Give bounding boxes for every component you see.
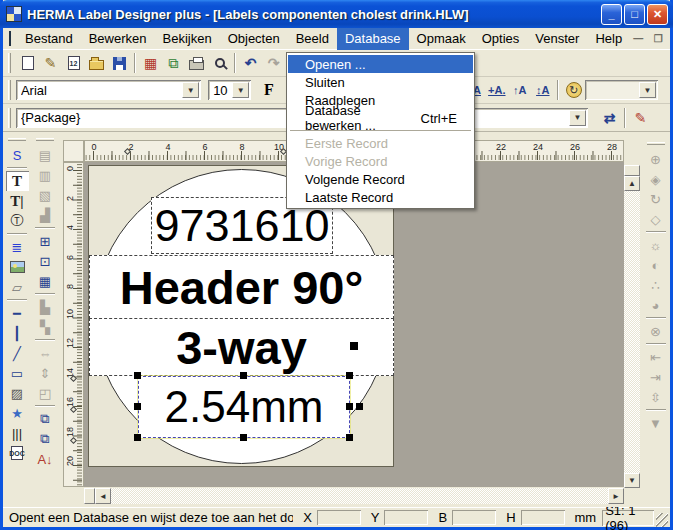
new-numbered-label-icon[interactable]: 12 — [62, 52, 85, 74]
copy-object-icon[interactable]: ⧉ — [162, 52, 185, 74]
search-record-icon[interactable]: A↓ — [34, 449, 57, 469]
fit-height-icon: ⇕ — [34, 363, 57, 383]
text-tool-icon[interactable]: T — [6, 171, 29, 191]
menu-item-laatste-record[interactable]: Laatste Record — [288, 188, 473, 206]
rectangle-tool-icon[interactable]: ▭ — [6, 363, 29, 383]
coord-value-h — [521, 510, 565, 525]
scroll-down-button[interactable]: ▼ — [624, 473, 640, 488]
ruler-marker[interactable] — [70, 437, 77, 444]
chevron-down-icon[interactable]: ▼ — [232, 82, 249, 98]
grid-2x2-icon[interactable]: ⊞ — [34, 231, 57, 251]
scroll-left-button[interactable]: ◄ — [95, 488, 111, 504]
chevron-down-icon[interactable]: ▼ — [182, 82, 199, 98]
undo-icon[interactable]: ↶ — [239, 52, 262, 74]
font-decrease-icon[interactable]: +A. — [485, 79, 508, 101]
menu-item-volgende-record[interactable]: Volgende Record — [288, 170, 473, 188]
menu-bestand[interactable]: Bestand — [17, 28, 81, 50]
selection-handle[interactable] — [134, 403, 141, 410]
list-object-icon[interactable]: ≣ — [6, 237, 29, 257]
menu-objecten[interactable]: Objecten — [220, 28, 288, 50]
menu-bekijken[interactable]: Bekijken — [155, 28, 220, 50]
ruler-marker[interactable] — [70, 406, 77, 413]
bold-button[interactable]: F — [259, 80, 278, 100]
selection-handle[interactable] — [240, 434, 247, 441]
open-icon[interactable] — [85, 52, 108, 74]
vline-tool-icon[interactable]: ┃ — [6, 323, 29, 343]
hline-tool-icon[interactable]: ━ — [6, 303, 29, 323]
label-assortment-icon[interactable]: ▦ — [139, 52, 162, 74]
menu-venster[interactable]: Venster — [527, 28, 587, 50]
menu-beeld[interactable]: Beeld — [288, 28, 337, 50]
bring-to-front-icon[interactable]: ⧉ — [34, 409, 57, 429]
menu-database[interactable]: Database — [337, 28, 409, 50]
doc-object-icon[interactable]: DOC — [6, 443, 29, 463]
barcode-tool-icon[interactable]: ||| — [6, 423, 29, 443]
menu-item-openen[interactable]: Openen ... — [288, 55, 473, 73]
selected-text-object[interactable]: 2.54mm — [138, 376, 350, 438]
selection-handle[interactable] — [134, 434, 141, 441]
rotate-text-icon[interactable]: ↻ — [562, 79, 585, 101]
print-icon[interactable] — [185, 52, 208, 74]
toolbar-grip[interactable] — [647, 142, 665, 145]
chevron-down-icon[interactable]: ▼ — [569, 110, 586, 126]
menu-opties[interactable]: Opties — [474, 28, 528, 50]
toolbar-grip[interactable] — [8, 108, 11, 128]
scroll-right-button[interactable]: ► — [608, 488, 624, 504]
grid-offset-icon[interactable]: ⊡ — [34, 251, 57, 271]
selection-handle[interactable] — [134, 372, 141, 379]
toolbar-grip[interactable] — [36, 138, 54, 141]
send-to-back-icon[interactable]: ⧉ — [34, 429, 57, 449]
toolbar-grip[interactable] — [8, 80, 11, 100]
scroll-up-button[interactable]: ▲ — [624, 176, 640, 191]
menu-item-database-bewerken[interactable]: Database bewerken ...Ctrl+E — [288, 109, 473, 127]
toolbar-grip[interactable] — [8, 53, 11, 73]
document-icon[interactable] — [9, 31, 11, 46]
line-tool-icon[interactable]: ╱ — [6, 343, 29, 363]
image-object-icon[interactable] — [6, 257, 29, 277]
mdi-minimize-button[interactable]: — — [630, 32, 646, 46]
image-object-icon — [10, 261, 25, 273]
doc-object-icon: DOC — [11, 446, 23, 460]
scrollbar-track[interactable] — [624, 191, 640, 473]
selection-handle[interactable] — [356, 403, 363, 410]
assign-database-icon[interactable]: ✎ — [629, 107, 652, 129]
pattern-tool-icon[interactable]: ▨ — [6, 383, 29, 403]
star-tool-icon[interactable]: ★ — [6, 403, 29, 423]
close-button[interactable]: ✕ — [647, 4, 668, 25]
selection-handle[interactable] — [346, 403, 353, 410]
mdi-restore-button[interactable]: ❐ — [650, 32, 666, 46]
menu-bewerken[interactable]: Bewerken — [81, 28, 155, 50]
ruler-marker[interactable] — [70, 375, 77, 382]
menu-opmaak[interactable]: Opmaak — [409, 28, 474, 50]
resize-grip[interactable] — [656, 513, 668, 527]
font-size-combobox[interactable]: 10 ▼ — [208, 80, 251, 100]
selection-handle[interactable] — [240, 372, 247, 379]
text-object-3way[interactable]: 3-way — [89, 318, 394, 376]
minimize-button[interactable]: _ — [601, 4, 622, 25]
pane-splitter[interactable] — [84, 488, 95, 504]
table-grid-icon[interactable]: ▦ — [34, 271, 57, 291]
new-wizard-icon[interactable]: ✎ — [39, 52, 62, 74]
text-edit-tool-icon[interactable]: T| — [6, 191, 29, 211]
rotated-text-tool-icon[interactable]: Ⓣ — [6, 211, 29, 231]
scrollbar-track[interactable] — [111, 488, 608, 504]
menu-help[interactable]: Help — [587, 28, 630, 50]
new-document-icon[interactable] — [16, 52, 39, 74]
selection-handle[interactable] — [346, 434, 353, 441]
height-increase-icon[interactable]: ↑A — [508, 79, 531, 101]
print-preview-icon[interactable] — [208, 52, 231, 74]
toolbar-grip[interactable] — [8, 138, 26, 141]
pane-splitter[interactable] — [624, 165, 640, 176]
swap-record-icon[interactable]: ⇄ — [598, 107, 621, 129]
eraser-tool-icon[interactable]: ▱ — [6, 277, 29, 297]
menu-item-sluiten[interactable]: Sluiten — [288, 73, 473, 91]
label-page[interactable]: 9731610 Header 90° 3-way 2.54mm — [88, 165, 394, 467]
selection-handle[interactable] — [346, 372, 353, 379]
save-icon[interactable] — [108, 52, 131, 74]
text-object-header[interactable]: Header 90° — [89, 255, 394, 319]
selection-handle[interactable] — [350, 342, 358, 350]
height-fit-icon[interactable]: ↕A — [531, 79, 554, 101]
maximize-button[interactable]: □ — [624, 4, 645, 25]
style-tool-icon[interactable]: S — [6, 145, 29, 165]
font-combobox[interactable]: Arial ▼ — [16, 80, 201, 100]
